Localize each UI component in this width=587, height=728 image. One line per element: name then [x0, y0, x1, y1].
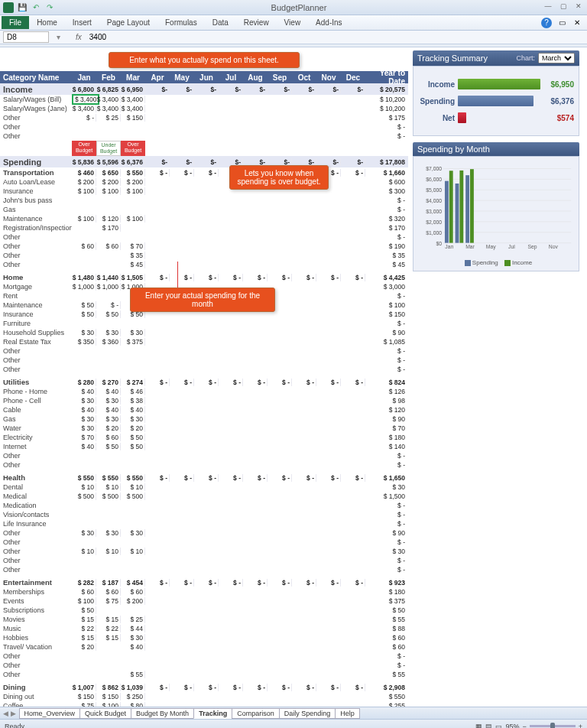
cell[interactable]: $ 10 — [72, 483, 96, 491]
cell[interactable]: $ - — [268, 379, 292, 386]
cell[interactable]: $ - — [316, 684, 341, 691]
cell[interactable]: $ 120 — [96, 215, 121, 223]
cell[interactable]: $ - — [316, 379, 341, 386]
table-row[interactable]: Other$ - — [0, 356, 408, 365]
cell[interactable]: $ - — [268, 684, 292, 691]
table-row[interactable]: Real Estate Tax$ 350$ 360$ 375$ 1,085 — [0, 337, 408, 346]
cell[interactable]: $ 200 — [72, 178, 96, 186]
cell[interactable]: $ 200 — [121, 597, 145, 605]
cell[interactable]: $ 6,800 — [72, 86, 96, 93]
cell[interactable]: $- — [292, 158, 316, 166]
table-row[interactable]: Phone - Cell$ 30$ 30$ 38$ 98 — [0, 396, 408, 405]
minimize-ribbon-icon[interactable]: ▭ — [556, 18, 567, 28]
table-row[interactable]: Other$ - — [0, 122, 408, 132]
cell[interactable]: $ 50 — [72, 310, 96, 318]
ribbon-tab-page-layout[interactable]: Page Layout — [99, 16, 157, 29]
cell[interactable]: $- — [268, 86, 292, 93]
cell[interactable]: $ 22 — [72, 625, 96, 632]
cell[interactable]: $ - — [243, 379, 268, 386]
table-row[interactable]: Travel/ Vacation$ 20$ 40$ 60 — [0, 642, 408, 652]
table-row[interactable]: Other$ - — [0, 661, 408, 670]
cell[interactable]: $ 3,400 — [72, 96, 96, 103]
cell[interactable]: $ 15 — [96, 616, 121, 623]
cell[interactable]: $ 550 — [96, 474, 121, 482]
cell[interactable]: $ 3,400 — [72, 105, 96, 112]
cell[interactable]: $ 100 — [96, 187, 121, 195]
cell[interactable]: $ 15 — [72, 634, 96, 642]
table-row[interactable]: Health$ 550$ 550$ 550$ -$ -$ -$ -$ -$ -$… — [0, 473, 408, 483]
cell[interactable]: $ 45 — [121, 261, 145, 268]
table-row[interactable]: John's bus pass$ - — [0, 196, 408, 205]
table-row[interactable]: Gas$ 30$ 30$ 30$ 90 — [0, 414, 408, 424]
cell[interactable]: $ - — [219, 379, 243, 386]
cell[interactable]: $ 30 — [96, 415, 121, 423]
table-row[interactable]: Other$ 55$ 55 — [0, 670, 408, 679]
cell[interactable]: $ 280 — [72, 379, 96, 386]
ribbon-tab-formulas[interactable]: Formulas — [157, 16, 205, 29]
cell[interactable]: $ 40 — [72, 388, 96, 395]
table-row[interactable]: Water$ 30$ 20$ 20$ 70 — [0, 424, 408, 433]
cell[interactable]: $ 3,400 — [121, 96, 145, 103]
cell[interactable]: $ 25 — [121, 616, 145, 623]
table-row[interactable]: Other$ - — [0, 460, 408, 470]
table-row[interactable]: Registration/Inspection$ 170$ 170 — [0, 223, 408, 232]
table-row[interactable]: Vision/contacts$ - — [0, 510, 408, 519]
table-row[interactable]: Other$ - — [0, 365, 408, 374]
cell[interactable]: $ 75 — [96, 597, 121, 605]
cell[interactable]: $ 15 — [72, 616, 96, 623]
cell[interactable]: $- — [145, 158, 170, 166]
ribbon-tab-review[interactable]: Review — [236, 16, 277, 29]
undo-icon[interactable]: ↶ — [31, 2, 41, 13]
table-row[interactable]: Household Supplies$ 30$ 30$ 30$ 90 — [0, 328, 408, 337]
cell[interactable]: $ 500 — [72, 492, 96, 500]
cell[interactable]: $ - — [341, 274, 365, 281]
table-row[interactable]: Entertainment$ 282$ 187$ 454$ -$ -$ -$ -… — [0, 577, 408, 587]
cell[interactable]: $ 200 — [121, 178, 145, 186]
fx-icon[interactable]: fx — [76, 33, 82, 41]
cell[interactable]: $- — [341, 158, 365, 166]
cell[interactable]: $ - — [243, 579, 268, 587]
cell[interactable]: $ 3,400 — [96, 96, 121, 103]
cell[interactable]: $ 1,480 — [72, 274, 96, 281]
table-row[interactable]: Insurance$ 100$ 100$ 100$ 300 — [0, 187, 408, 196]
cell[interactable]: $ - — [243, 474, 268, 482]
cell[interactable]: $- — [243, 86, 268, 93]
cell[interactable]: $ 15 — [96, 634, 121, 642]
table-row[interactable]: Other$ - — [0, 538, 408, 547]
cell[interactable]: $ - — [341, 579, 365, 587]
cell[interactable]: $ 10 — [121, 548, 145, 555]
cell[interactable]: $ - — [219, 474, 243, 482]
cell[interactable]: $ 55 — [121, 671, 145, 678]
table-row[interactable]: Medical$ 500$ 500$ 500$ 1,500 — [0, 492, 408, 501]
cell[interactable]: $ - — [96, 301, 121, 309]
cell[interactable]: $ 25 — [96, 114, 121, 122]
cell[interactable]: $ 500 — [96, 492, 121, 500]
cell[interactable]: $ - — [341, 684, 365, 691]
table-row[interactable]: Other$ -$ 25$ 150$ 175 — [0, 113, 408, 122]
cell[interactable]: $ - — [194, 379, 219, 386]
cell[interactable]: $ 30 — [96, 397, 121, 405]
sheet-tab-daily-spending[interactable]: Daily Spending — [279, 708, 336, 719]
cell[interactable]: $- — [170, 158, 194, 166]
cell[interactable]: $ 40 — [96, 406, 121, 414]
cell[interactable]: $ - — [145, 684, 170, 691]
cell[interactable]: $ 270 — [96, 379, 121, 386]
cell[interactable]: $ - — [170, 274, 194, 281]
cell[interactable]: $ 50 — [72, 606, 96, 614]
cell[interactable]: $ 200 — [96, 178, 121, 186]
cell[interactable]: $ 30 — [121, 415, 145, 423]
name-box[interactable]: D8 — [3, 31, 49, 43]
cell[interactable]: $ - — [292, 579, 316, 587]
sheet-tab-budget-by-month[interactable]: Budget By Month — [131, 708, 194, 719]
cell[interactable]: $ 6,825 — [96, 86, 121, 93]
cell[interactable]: $- — [194, 158, 219, 166]
cell[interactable]: $ - — [145, 474, 170, 482]
cell[interactable]: $ - — [145, 379, 170, 386]
cell[interactable]: $ 60 — [96, 588, 121, 596]
cell[interactable]: $ 40 — [96, 388, 121, 395]
cell[interactable]: $ 44 — [121, 625, 145, 632]
cell[interactable]: $ 460 — [72, 169, 96, 177]
cell[interactable]: $ - — [194, 169, 219, 177]
table-row[interactable]: Salary/Wages (Bill)$ 3,400$ 3,400$ 3,400… — [0, 95, 408, 104]
cell[interactable]: $ 350 — [72, 338, 96, 346]
